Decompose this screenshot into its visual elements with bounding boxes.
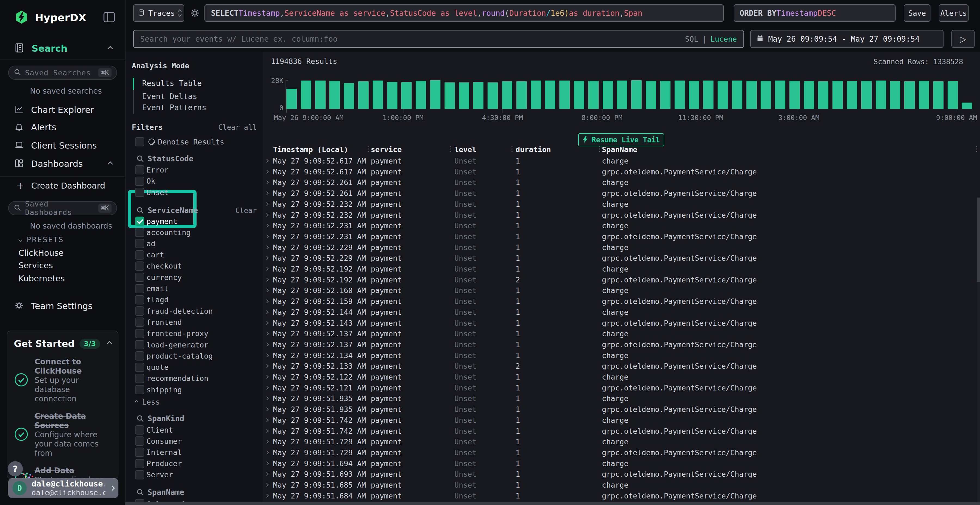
filter-option-row[interactable]: flagd <box>125 294 263 305</box>
filter-checkbox[interactable] <box>135 176 144 186</box>
clear-group-link[interactable]: Clear <box>235 206 257 215</box>
filter-option-row[interactable]: Consumer <box>125 436 263 446</box>
filter-checkbox[interactable] <box>135 217 144 226</box>
histogram-bar[interactable] <box>703 81 713 109</box>
help-button[interactable]: ? <box>8 461 23 476</box>
search-icon[interactable] <box>136 206 144 214</box>
table-row[interactable]: May 27 9:09:51.742 AMpaymentUnset1charge <box>263 415 980 426</box>
filter-option-row[interactable]: payment <box>125 216 263 227</box>
filter-option-row[interactable]: ad <box>125 238 263 249</box>
histogram-bar[interactable] <box>631 80 642 109</box>
table-row[interactable]: May 27 9:09:51.685 AMpaymentUnset1charge <box>263 480 980 491</box>
table-row[interactable]: May 27 9:09:52.232 AMpaymentUnset1charge <box>263 199 980 210</box>
table-row[interactable]: May 27 9:09:51.694 AMpaymentUnset1charge <box>263 458 980 469</box>
filter-option-row[interactable]: Unset <box>125 187 263 198</box>
table-row[interactable]: May 27 9:09:52.121 AMpaymentUnset1grpc.o… <box>263 383 980 394</box>
search-icon[interactable] <box>136 488 144 496</box>
histogram-bar[interactable] <box>459 83 469 109</box>
panel-toggle-icon[interactable] <box>103 11 115 24</box>
denoise-checkbox[interactable] <box>135 137 144 146</box>
get-started-item[interactable]: Create Data SourcesConfigure where your … <box>14 412 111 458</box>
clear-all-link[interactable]: Clear all <box>218 123 257 132</box>
histogram-bar[interactable] <box>847 81 857 109</box>
table-row[interactable]: May 27 9:09:52.231 AMpaymentUnset1grpc.o… <box>263 231 980 242</box>
filter-option-row[interactable]: recommendation <box>125 373 263 384</box>
chevron-up-icon[interactable] <box>108 161 113 167</box>
histogram-bar[interactable] <box>789 81 800 109</box>
analysis-mode-event-patterns[interactable]: Event Patterns <box>142 103 206 112</box>
histogram-bar[interactable] <box>445 83 455 109</box>
sidebar-item-chart-explorer[interactable]: Chart Explorer <box>14 104 94 116</box>
histogram-bar[interactable] <box>286 89 297 109</box>
row-expand-icon[interactable] <box>265 288 269 292</box>
filter-option-row[interactable]: checkout <box>125 260 263 272</box>
sidebar-item-client-sessions[interactable]: Client Sessions <box>14 140 97 152</box>
search-icon[interactable] <box>136 414 144 422</box>
filter-option-row[interactable]: frontend-proxy <box>125 328 263 339</box>
filter-checkbox[interactable] <box>135 165 144 175</box>
histogram-bar[interactable] <box>746 81 757 109</box>
filter-option-row[interactable]: Error <box>125 164 263 175</box>
create-dashboard-button[interactable]: + Create Dashboard <box>16 179 105 192</box>
denoise-filter-row[interactable]: Denoise Results <box>125 136 263 147</box>
column-resize-handle[interactable]: ⋮ <box>447 145 454 153</box>
row-expand-icon[interactable] <box>265 483 269 487</box>
histogram-bar[interactable] <box>732 81 742 109</box>
filter-option-row[interactable]: load-generator <box>125 339 263 350</box>
preset-clickhouse[interactable]: ClickHouse <box>19 248 64 258</box>
histogram-bar[interactable] <box>876 81 886 109</box>
filter-checkbox[interactable] <box>135 239 144 248</box>
histogram-bar[interactable] <box>574 81 584 109</box>
histogram-bar[interactable] <box>416 81 426 109</box>
filter-option-row[interactable]: quote <box>125 362 263 373</box>
filter-option-row[interactable]: product-catalog <box>125 351 263 361</box>
row-expand-icon[interactable] <box>265 407 269 411</box>
histogram-bar[interactable] <box>387 82 398 109</box>
filter-checkbox[interactable] <box>135 295 144 305</box>
histogram[interactable] <box>286 80 972 109</box>
row-expand-icon[interactable] <box>265 494 269 498</box>
row-expand-icon[interactable] <box>265 224 269 227</box>
histogram-bar[interactable] <box>516 81 527 109</box>
column-menu-icon[interactable]: ⋮ <box>973 145 980 153</box>
table-row[interactable]: May 27 9:09:52.231 AMpaymentUnset1charge <box>263 221 980 231</box>
column-header-duration[interactable]: duration <box>515 145 551 154</box>
mode-sql[interactable]: SQL <box>685 35 698 43</box>
histogram-bar[interactable] <box>559 81 570 109</box>
run-query-button[interactable]: ▷ <box>951 30 975 48</box>
user-account-chip[interactable]: D dale@clickhouse.com dale@clickhouse.co… <box>8 478 118 498</box>
preset-services[interactable]: Services <box>19 260 53 270</box>
row-expand-icon[interactable] <box>265 310 269 314</box>
histogram-bar[interactable] <box>329 81 340 109</box>
table-row[interactable]: May 27 9:09:52.261 AMpaymentUnset1charge <box>263 177 980 188</box>
presets-section-toggle[interactable]: PRESETS <box>19 236 64 244</box>
row-expand-icon[interactable] <box>265 397 269 400</box>
filter-checkbox[interactable] <box>135 340 144 349</box>
filter-checkbox[interactable] <box>135 262 144 271</box>
table-row[interactable]: May 27 9:09:52.192 AMpaymentUnset1charge <box>263 264 980 275</box>
histogram-bar[interactable] <box>373 81 383 109</box>
row-expand-icon[interactable] <box>265 343 269 346</box>
filter-checkbox[interactable] <box>135 351 144 360</box>
sidebar-item-dashboards[interactable]: Dashboards <box>14 158 83 170</box>
chevron-up-icon[interactable] <box>107 341 112 346</box>
row-expand-icon[interactable] <box>265 235 269 238</box>
filter-option-row[interactable]: Producer <box>125 458 263 469</box>
filter-checkbox[interactable] <box>135 250 144 260</box>
histogram-bar[interactable] <box>301 81 311 109</box>
row-expand-icon[interactable] <box>265 191 269 195</box>
resume-live-tail-button[interactable]: Resume Live Tail <box>578 133 664 146</box>
histogram-bar[interactable] <box>358 81 369 109</box>
histogram-bar[interactable] <box>818 81 828 109</box>
histogram-bar[interactable] <box>804 81 814 109</box>
histogram-bar[interactable] <box>603 81 613 109</box>
row-expand-icon[interactable] <box>265 429 269 433</box>
histogram-bar[interactable] <box>919 81 929 109</box>
histogram-bar[interactable] <box>617 81 627 109</box>
source-select[interactable]: Traces <box>133 4 184 22</box>
row-expand-icon[interactable] <box>265 299 269 303</box>
table-row[interactable]: May 27 9:09:51.742 AMpaymentUnset1grpc.o… <box>263 426 980 437</box>
row-expand-icon[interactable] <box>265 202 269 206</box>
table-row[interactable]: May 27 9:09:52.229 AMpaymentUnset1grpc.o… <box>263 253 980 264</box>
column-resize-handle[interactable]: ⋮ <box>365 145 372 153</box>
